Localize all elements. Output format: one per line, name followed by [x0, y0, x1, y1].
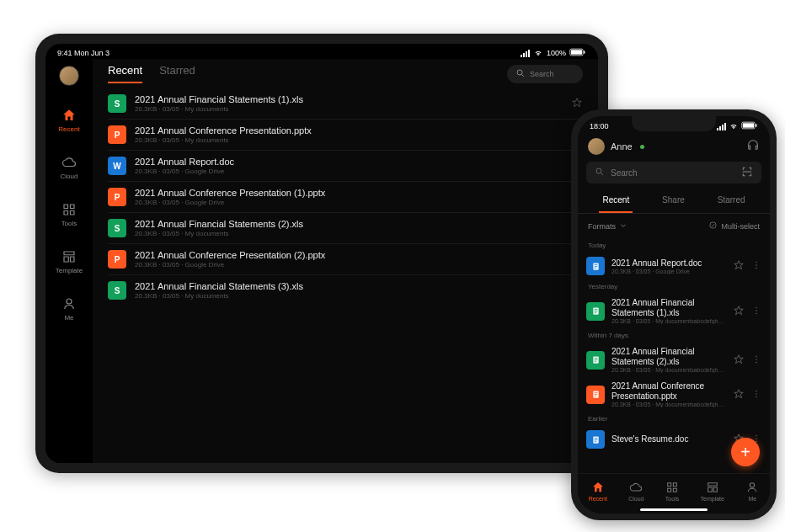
phone-header: Anne [578, 133, 770, 162]
svg-point-37 [756, 393, 757, 395]
nav-label: Template [701, 496, 724, 502]
headphone-icon[interactable] [746, 138, 760, 155]
search-icon [515, 66, 526, 82]
tab-starred[interactable]: Starred [714, 190, 749, 213]
file-row[interactable]: S 2021 Annual Financial Statements (3).x… [108, 275, 583, 306]
nav-label: Cloud [628, 496, 643, 502]
svg-rect-2 [571, 50, 582, 54]
signal-icon [521, 50, 530, 57]
status-time: 9:41 Mon Jun 3 [57, 49, 109, 57]
check-icon [708, 221, 718, 231]
template-icon [61, 249, 77, 264]
nav-label: Tools [665, 496, 679, 502]
svg-point-44 [756, 438, 757, 439]
add-button[interactable]: + [731, 438, 760, 466]
search-field[interactable] [530, 70, 574, 78]
section-header: Yesterday [588, 283, 761, 290]
status-dot-icon [640, 145, 644, 149]
file-row[interactable]: S 2021 Annual Financial Statements (2).x… [108, 213, 583, 244]
sidebar-item-template[interactable]: Template [56, 249, 83, 274]
section-header: Today [588, 242, 761, 249]
sidebar-item-cloud[interactable]: Cloud [61, 155, 78, 180]
file-type-icon: S [108, 219, 126, 237]
scan-icon[interactable] [741, 166, 753, 179]
username: Anne [611, 141, 633, 152]
svg-line-9 [601, 173, 604, 176]
avatar [588, 138, 605, 155]
more-icon[interactable] [751, 306, 761, 317]
tablet-device: 9:41 Mon Jun 3 100% RecentCloudToolsTemp… [35, 34, 608, 473]
star-icon[interactable] [571, 97, 583, 111]
svg-point-31 [756, 361, 757, 363]
tab-recent[interactable]: Recent [599, 190, 633, 213]
file-row[interactable]: W 2021 Annual Report.doc20.3KB · 03/05 ·… [108, 151, 583, 182]
svg-point-23 [756, 310, 757, 311]
file-meta: 20.3KB · 03/05 · Google Drive [135, 199, 563, 206]
star-icon[interactable] [733, 388, 745, 402]
file-name: 2021 Annual Conference Presentation (1).… [135, 188, 563, 198]
file-type-icon: P [108, 125, 126, 144]
wifi-icon [533, 47, 543, 59]
svg-point-3 [517, 70, 522, 75]
star-icon[interactable] [733, 354, 745, 367]
file-name: 2021 Annual Report.doc [135, 157, 563, 167]
svg-rect-20 [594, 311, 597, 311]
file-row[interactable]: 2021 Annual Report.doc20.3KB · 03/05 · G… [586, 253, 761, 279]
tab-share[interactable]: Share [659, 190, 688, 213]
svg-rect-27 [594, 359, 597, 360]
sidebar-item-me[interactable]: Me [61, 296, 77, 322]
nav-item-template[interactable]: Template [701, 481, 724, 502]
file-name: 2021 Annual Financial Statements (1).xls [135, 94, 563, 104]
file-type-icon: S [108, 94, 126, 113]
svg-point-16 [756, 264, 757, 266]
svg-rect-42 [594, 440, 595, 441]
svg-point-17 [756, 268, 757, 269]
tab-recent[interactable]: Recent [108, 64, 142, 83]
avatar[interactable] [59, 66, 79, 86]
nav-item-recent[interactable]: Recent [589, 481, 607, 502]
user-info[interactable]: Anne [588, 138, 644, 155]
tab-starred[interactable]: Starred [159, 64, 195, 83]
search-field[interactable] [611, 168, 735, 178]
sidebar-item-recent[interactable]: Recent [58, 108, 79, 133]
more-icon[interactable] [751, 354, 761, 366]
file-row[interactable]: 2021 Annual Conference Presentation.pptx… [586, 377, 761, 412]
svg-point-8 [596, 168, 601, 173]
grid-icon [61, 202, 77, 217]
search-input[interactable] [507, 65, 583, 83]
file-type-icon [586, 430, 605, 449]
person-icon [745, 481, 759, 494]
file-meta: 20.3KB · 03/05 · My documents [135, 136, 563, 144]
file-row[interactable]: S 2021 Annual Financial Statements (1).x… [108, 88, 583, 120]
nav-label: Me [748, 496, 756, 502]
grid-icon [665, 481, 679, 494]
file-row[interactable]: P 2021 Annual Conference Presentation (1… [108, 182, 583, 213]
nav-item-me[interactable]: Me [745, 481, 759, 502]
search-input[interactable] [586, 162, 761, 184]
file-row[interactable]: P 2021 Annual Conference Presentation (2… [108, 244, 583, 275]
formats-filter[interactable]: Formats [588, 221, 627, 231]
multi-select-button[interactable]: Multi-select [708, 221, 760, 231]
cloud-icon [61, 155, 77, 170]
svg-rect-33 [594, 392, 597, 393]
file-name: 2021 Annual Conference Presentation.pptx [611, 381, 726, 402]
nav-item-cloud[interactable]: Cloud [628, 481, 643, 502]
file-type-icon: S [108, 281, 126, 300]
battery-label: 100% [547, 49, 566, 57]
svg-rect-1 [584, 51, 585, 53]
file-row[interactable]: 2021 Annual Financial Statements (1).xls… [586, 294, 761, 328]
file-meta: 20.3KB · 03/05 · My documentsabcdefgh… [611, 402, 726, 407]
file-row[interactable]: P 2021 Annual Conference Presentation.pp… [108, 120, 583, 151]
phone-device: 18:00 Anne RecentShareStarred Formats [571, 109, 777, 520]
file-meta: 20.3KB · 03/05 · My documentsabcdefgh… [611, 367, 726, 373]
file-name: 2021 Annual Financial Statements (3).xls [135, 281, 563, 291]
sidebar-item-tools[interactable]: Tools [61, 202, 77, 227]
more-icon[interactable] [751, 389, 761, 401]
nav-item-tools[interactable]: Tools [665, 481, 679, 502]
star-icon[interactable] [733, 259, 745, 273]
tablet-screen: 9:41 Mon Jun 3 100% RecentCloudToolsTemp… [45, 44, 598, 463]
file-type-icon: P [108, 188, 126, 206]
star-icon[interactable] [733, 305, 745, 318]
file-row[interactable]: 2021 Annual Financial Statements (2).xls… [586, 343, 761, 377]
more-icon[interactable] [751, 260, 761, 272]
